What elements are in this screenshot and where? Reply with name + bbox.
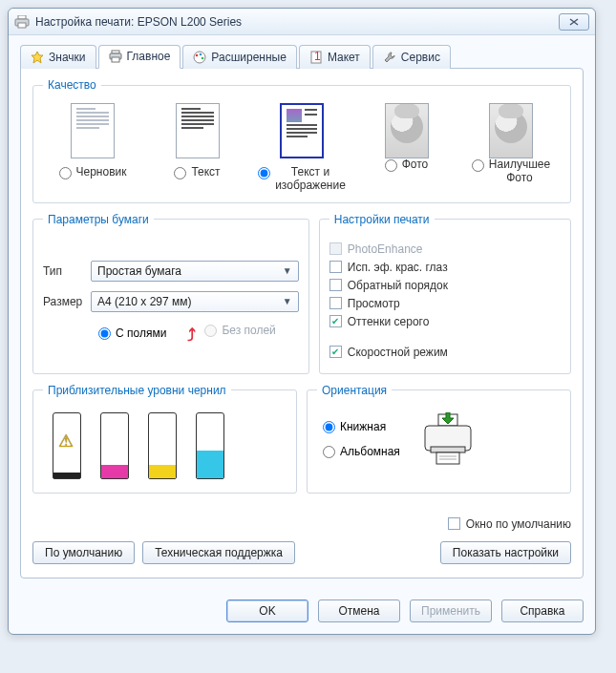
ink-levels-group: Приблизительные уровни чернил — [32, 384, 297, 494]
checkbox-label: Окно по умолчанию — [466, 517, 571, 531]
annotation-mark-icon: ⤴ — [187, 326, 196, 346]
tab-label: Расширенные — [211, 51, 287, 64]
tab-label: Макет — [328, 51, 360, 64]
tabstrip: Значки Главное Расширенные 1 Макет Серви… — [20, 45, 584, 69]
button-label: Техническая поддержка — [155, 546, 283, 559]
chevron-down-icon: ▼ — [283, 265, 292, 276]
ink-cartridge-black — [53, 412, 81, 479]
tab-icons[interactable]: Значки — [20, 45, 96, 69]
quality-radio[interactable] — [59, 167, 72, 179]
checkbox-checked-icon: ✔ — [329, 315, 342, 327]
quality-option-text[interactable]: Текст — [150, 103, 245, 179]
svg-point-7 — [194, 52, 205, 63]
photo-thumb-icon — [385, 103, 429, 158]
button-label: По умолчанию — [45, 546, 122, 559]
text-image-thumb-icon — [280, 103, 324, 158]
quality-radio[interactable] — [385, 159, 397, 172]
combo-value: Простая бумага — [97, 264, 181, 278]
combo-value: A4 (210 x 297 мм) — [97, 295, 192, 308]
button-label: Справка — [520, 604, 564, 618]
margins-label: Без полей — [222, 324, 275, 337]
chevron-down-icon: ▼ — [283, 296, 292, 306]
draft-thumb-icon — [71, 103, 115, 158]
defaults-button[interactable]: По умолчанию — [32, 541, 135, 564]
margins-borderless-option[interactable]: ⤴Без полей — [193, 324, 275, 344]
main-panel: Качество Черновик Текст — [20, 68, 584, 578]
tech-support-button[interactable]: Техническая поддержка — [142, 541, 295, 564]
quality-option-draft[interactable]: Черновик — [45, 103, 140, 179]
close-button[interactable] — [559, 13, 589, 31]
ok-button[interactable]: OK — [226, 599, 308, 622]
ink-cartridge-magenta — [100, 412, 129, 479]
paper-type-combo[interactable]: Простая бумага ▼ — [91, 261, 299, 282]
dialog-button-bar: OK Отмена Применить Справка — [9, 590, 595, 634]
group-legend: Ориентация — [317, 384, 392, 397]
quality-label: Текст — [191, 166, 220, 179]
dialog-body: Значки Главное Расширенные 1 Макет Серви… — [9, 35, 595, 590]
apply-button: Применить — [410, 599, 492, 622]
orientation-portrait[interactable]: Книжная — [323, 420, 400, 433]
svg-point-10 — [202, 56, 204, 59]
paper-type-label: Тип — [43, 264, 91, 278]
grayscale-checkbox[interactable]: ✔Оттенки серого — [329, 315, 561, 328]
group-legend: Настройки печати — [329, 213, 435, 226]
svg-rect-0 — [18, 15, 26, 19]
tab-label: Значки — [49, 51, 86, 64]
button-label: OK — [259, 604, 275, 618]
orientation-radio[interactable] — [323, 446, 335, 458]
quality-radio[interactable] — [258, 167, 270, 179]
checkbox-icon — [329, 279, 342, 291]
fast-mode-checkbox[interactable]: ✔Скоростной режим — [329, 346, 561, 359]
wrench-icon — [383, 51, 396, 64]
cancel-button[interactable]: Отмена — [318, 599, 400, 622]
checkbox-icon — [448, 517, 460, 530]
checkbox-label: PhotoEnhance — [348, 242, 423, 256]
button-label: Показать настройки — [453, 546, 559, 559]
group-legend: Качество — [43, 78, 101, 92]
svg-point-8 — [196, 53, 199, 56]
tab-layout[interactable]: 1 Макет — [299, 45, 371, 69]
close-icon — [569, 18, 579, 26]
default-window-checkbox[interactable]: Окно по умолчанию — [448, 517, 571, 531]
quality-option-best-photo[interactable]: НаилучшееФото — [463, 103, 559, 185]
quality-group: Качество Черновик Текст — [32, 78, 571, 203]
quality-option-text-image[interactable]: Текст иизображение — [254, 103, 350, 193]
redeye-checkbox[interactable]: Исп. эф. крас. глаз — [329, 261, 561, 274]
orientation-radio[interactable] — [323, 421, 335, 433]
svg-rect-6 — [112, 57, 119, 62]
checkbox-icon — [329, 261, 342, 273]
paper-size-combo[interactable]: A4 (210 x 297 мм) ▼ — [91, 291, 299, 312]
checkbox-label: Скоростной режим — [348, 346, 448, 359]
reverse-order-checkbox[interactable]: Обратный порядок — [329, 279, 561, 292]
margins-with-option[interactable]: С полями — [98, 326, 166, 340]
show-settings-button[interactable]: Показать настройки — [440, 541, 571, 564]
tab-main[interactable]: Главное — [98, 45, 181, 69]
titlebar[interactable]: Настройка печати: EPSON L200 Series — [9, 9, 595, 35]
quality-label: Фото — [402, 158, 429, 172]
tab-service[interactable]: Сервис — [372, 45, 451, 69]
ink-cartridge-cyan — [196, 412, 224, 479]
group-legend: Параметры бумаги — [43, 213, 154, 226]
quality-label: Текст иизображение — [275, 166, 346, 193]
orientation-landscape[interactable]: Альбомная — [323, 445, 400, 458]
help-button[interactable]: Справка — [501, 599, 584, 622]
svg-rect-16 — [436, 452, 459, 464]
svg-marker-3 — [32, 52, 43, 63]
quality-option-photo[interactable]: Фото — [359, 103, 455, 172]
tab-label: Главное — [127, 50, 171, 63]
button-label: Применить — [421, 604, 480, 618]
star-icon — [31, 51, 44, 64]
print-settings-group: Настройки печати PhotoEnhance Исп. эф. к… — [319, 213, 571, 374]
button-label: Отмена — [338, 604, 379, 618]
tab-label: Сервис — [401, 51, 440, 64]
svg-rect-2 — [18, 23, 26, 28]
tab-advanced[interactable]: Расширенные — [182, 45, 297, 69]
quality-radio[interactable] — [472, 159, 484, 172]
checkbox-label: Оттенки серого — [348, 315, 430, 328]
margins-radio[interactable] — [98, 327, 111, 340]
paper-size-label: Размер — [43, 295, 91, 308]
preview-checkbox[interactable]: Просмотр — [329, 297, 561, 310]
checkbox-label: Обратный порядок — [348, 279, 448, 292]
paper-group: Параметры бумаги Тип Простая бумага ▼ Ра… — [32, 213, 309, 374]
quality-radio[interactable] — [174, 167, 186, 179]
